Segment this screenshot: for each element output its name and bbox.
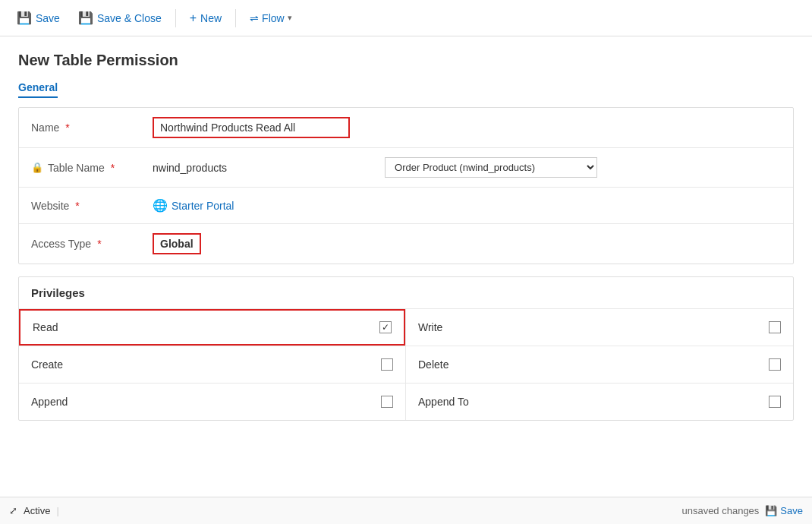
table-name-required: * (111, 162, 115, 174)
name-input[interactable]: Northwind Products Read All (153, 117, 350, 138)
save-button[interactable]: 💾 Save (9, 7, 68, 29)
append-to-checkbox[interactable] (769, 396, 781, 408)
general-section-title: General (18, 81, 58, 98)
toolbar-separator (175, 9, 176, 27)
name-required: * (65, 122, 69, 134)
table-dropdown[interactable]: Order Product (nwind_products) (385, 157, 597, 178)
access-type-box[interactable]: Global (153, 233, 201, 254)
append-row: Append (19, 384, 405, 420)
create-label: Create (31, 358, 381, 371)
status-save-button[interactable]: 💾 Save (765, 505, 803, 516)
access-type-required: * (97, 238, 101, 250)
status-save-icon: 💾 (765, 505, 777, 516)
website-required: * (75, 200, 79, 212)
new-icon: + (190, 11, 197, 25)
write-checkbox[interactable] (769, 321, 781, 333)
status-left: ⤢ Active | (9, 505, 59, 516)
flow-icon: ⇌ (250, 12, 259, 24)
save-close-button[interactable]: 💾 Save & Close (71, 7, 169, 29)
write-cell: Write (406, 309, 793, 346)
website-value: 🌐 Starter Portal (153, 198, 781, 213)
privileges-grid: Read Write Create (19, 309, 793, 420)
main-content: New Table Permission General Name * Nort… (0, 36, 812, 497)
create-checkbox[interactable] (381, 358, 393, 371)
table-name-row: 🔒 Table Name * nwind_products Order Prod… (19, 148, 793, 188)
page-title: New Table Permission (18, 52, 794, 69)
table-name-value: nwind_products Order Product (nwind_prod… (153, 157, 781, 178)
table-name-label: 🔒 Table Name * (31, 162, 153, 174)
lock-icon: 🔒 (31, 162, 43, 173)
create-cell: Create (19, 346, 406, 384)
status-right: unsaved changes 💾 Save (681, 505, 803, 516)
website-label: Website * (31, 200, 153, 212)
delete-cell: Delete (406, 346, 793, 384)
write-row: Write (406, 309, 793, 346)
append-checkbox[interactable] (381, 396, 393, 408)
read-checkbox[interactable] (379, 321, 392, 333)
globe-icon: 🌐 (153, 198, 168, 213)
flow-label: Flow (262, 12, 285, 24)
table-name-text: nwind_products (153, 162, 227, 174)
read-row: Read (19, 309, 405, 346)
name-label: Name * (31, 122, 153, 134)
save-label: Save (36, 12, 60, 24)
create-row: Create (19, 346, 405, 383)
access-type-row: Access Type * Global (19, 224, 793, 264)
website-row: Website * 🌐 Starter Portal (19, 188, 793, 224)
read-cell: Read (19, 309, 406, 346)
access-type-label: Access Type * (31, 238, 153, 250)
new-label: New (200, 12, 222, 24)
append-cell: Append (19, 384, 406, 420)
append-label: Append (31, 396, 381, 408)
name-value: Northwind Products Read All (153, 117, 781, 138)
chevron-down-icon: ▾ (288, 13, 292, 23)
append-to-row: Append To (406, 384, 793, 420)
status-bar: ⤢ Active | unsaved changes 💾 Save (0, 497, 812, 524)
append-to-label: Append To (418, 396, 769, 408)
status-separator: | (56, 505, 58, 516)
write-label: Write (418, 321, 769, 333)
flow-button[interactable]: ⇌ Flow ▾ (242, 8, 300, 28)
delete-checkbox[interactable] (769, 358, 781, 371)
append-to-cell: Append To (406, 384, 793, 420)
new-button[interactable]: + New (182, 8, 229, 29)
general-form-card: Name * Northwind Products Read All 🔒 Tab… (18, 107, 794, 264)
delete-label: Delete (418, 358, 769, 371)
toolbar: 💾 Save 💾 Save & Close + New ⇌ Flow ▾ (0, 0, 812, 36)
privileges-header: Privileges (19, 277, 793, 309)
name-row: Name * Northwind Products Read All (19, 108, 793, 148)
access-type-value: Global (153, 233, 781, 254)
save-icon: 💾 (17, 11, 32, 25)
status-active: Active (24, 505, 50, 516)
unsaved-changes-text: unsaved changes (681, 505, 759, 516)
read-label: Read (33, 321, 379, 333)
website-link[interactable]: 🌐 Starter Portal (153, 198, 234, 213)
privileges-card: Privileges Read Write Create (18, 276, 794, 421)
delete-row: Delete (406, 346, 793, 383)
save-close-icon: 💾 (78, 11, 93, 25)
expand-icon[interactable]: ⤢ (9, 505, 17, 516)
save-close-label: Save & Close (97, 12, 162, 24)
status-save-label: Save (780, 505, 803, 516)
toolbar-separator-2 (235, 9, 236, 27)
